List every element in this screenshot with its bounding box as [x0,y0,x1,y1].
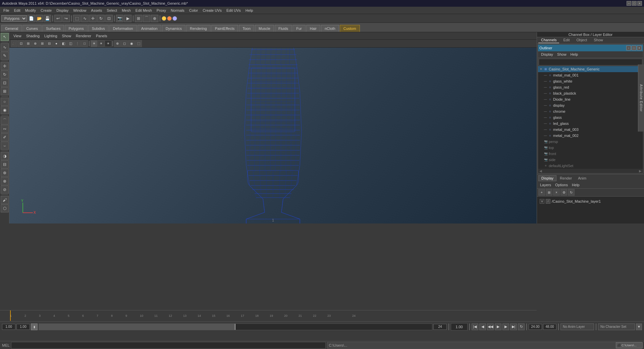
outliner-menu-display[interactable]: Display [539,52,555,57]
layer-vis-icon[interactable]: / [546,199,550,204]
frame-range-bar[interactable] [39,323,432,330]
br-tab-anim[interactable]: Anim [575,176,589,181]
paint-skin-tool[interactable]: 🖌 [1,196,9,204]
char-set-expand[interactable]: ▼ [636,323,642,330]
outliner-search[interactable] [539,59,642,65]
menu-create[interactable]: Create [39,8,54,13]
tab-dynamics[interactable]: Dynamics [162,25,185,32]
viewport-canvas[interactable]: .wire { stroke: #2244cc; stroke-width: 0… [9,48,537,223]
vp-frame-all[interactable]: ⊡ [18,40,24,47]
tab-rendering[interactable]: Rendering [186,25,211,32]
snap-point-btn[interactable]: ⊕ [151,15,158,22]
menu-modify[interactable]: Modify [23,8,38,13]
cb-tab-edit[interactable]: Edit [560,37,572,43]
tab-subdivs[interactable]: Subdivs [88,25,109,32]
outliner-menu-show[interactable]: Show [555,52,568,57]
layer-settings-btn[interactable]: ⚙ [560,189,567,196]
viewport-menu-lighting[interactable]: Lighting [42,33,59,39]
open-btn[interactable]: 📂 [36,15,43,22]
arc-tool[interactable]: ⌣ [1,142,9,150]
play-fwd-btn[interactable]: ▶ [495,323,501,330]
time-field[interactable] [451,323,468,331]
vp-pts-mode[interactable]: ⋮ [74,40,81,47]
vp-light3[interactable]: ☀ [105,40,111,47]
viewport-menu-show[interactable]: Show [60,33,73,39]
lasso-btn[interactable]: ∿ [81,15,89,22]
tab-custom[interactable]: Custom [340,25,360,32]
menu-edit[interactable]: Edit [12,8,22,13]
viewport-menu-renderer[interactable]: Renderer [74,33,93,39]
anim-start-input[interactable] [2,324,15,330]
viewport-menu-shading[interactable]: Shading [24,33,42,39]
pencil-tool[interactable]: ✐ [1,133,9,141]
tab-painteffects[interactable]: PaintEffects [211,25,238,32]
snap-curve-btn[interactable]: ⌒ [143,15,150,22]
tree-item-root[interactable]: ▼ ⊞ Casino_Slot_Machine_Generic [538,66,643,72]
step-fwd-btn[interactable]: ▶ [502,323,509,330]
vp-select-camera[interactable]: 🎥 [11,40,17,47]
tree-item-diode-line[interactable]: — ○ Diode_line [538,96,643,102]
tree-item-metal-mat-001[interactable]: — ○ metal_mat_001 [538,72,643,78]
move-btn[interactable]: ✛ [89,15,97,22]
move-tool[interactable]: ✛ [1,62,9,70]
tab-muscle[interactable]: Muscle [255,25,274,32]
light-orange-btn[interactable] [167,16,172,21]
tab-fluids[interactable]: Fluids [275,25,292,32]
tree-item-default-light-set[interactable]: ☀ defaultLightSet [538,163,643,169]
taskbar-maya[interactable]: ⬛ C:\Users\... [616,342,643,348]
outliner-maximize[interactable]: □ [632,46,636,50]
range-end-input[interactable] [433,324,447,330]
vp-isolate[interactable]: ◉ [128,40,135,47]
step-back-btn[interactable]: ◀ [479,323,486,330]
outliner-search-input[interactable] [540,60,641,64]
anim-end1-input[interactable] [529,324,542,330]
cb-tab-show[interactable]: Show [591,37,606,43]
tree-item-glass-white[interactable]: — ○ glass_white [538,78,643,84]
curve-tool[interactable]: ⌒ [1,116,9,124]
paint-select-tool[interactable]: ✎ [1,52,9,60]
tree-item-glass[interactable]: — ○ glass [538,114,643,120]
context-selector[interactable]: Polygons [1,15,27,22]
vp-bookmark[interactable]: ⊕ [32,40,39,47]
vp-light2[interactable]: ☀ [98,40,104,47]
tree-item-top[interactable]: 📷 top [538,145,643,151]
menu-mesh[interactable]: Mesh [120,8,133,13]
menu-select[interactable]: Select [105,8,119,13]
viewport-menu-panels[interactable]: Panels [94,33,109,39]
undo-btn[interactable]: ↩ [54,15,62,22]
menu-proxy[interactable]: Proxy [155,8,168,13]
tab-hair[interactable]: Hair [306,25,320,32]
tree-item-side[interactable]: 📷 side [538,157,643,163]
tree-item-chrome[interactable]: — ○ chrome [538,108,643,114]
menu-normals[interactable]: Normals [169,8,186,13]
joint-tool[interactable]: ⊗ [1,177,9,185]
vp-wireframe-on-shade[interactable]: ◫ [67,40,74,47]
tab-curves[interactable]: Curves [22,25,42,32]
scale-btn[interactable]: ⊡ [105,15,113,22]
menu-display[interactable]: Display [54,8,70,13]
rotate-tool[interactable]: ↻ [1,70,9,79]
light-yellow-btn[interactable] [162,16,166,21]
tab-deformation[interactable]: Deformation [109,25,137,32]
timeline-area[interactable]: 1 2 3 4 5 6 7 8 9 10 11 12 13 14 15 16 1… [0,310,537,321]
play-back-btn[interactable]: ◀◀ [487,323,494,330]
outliner-minimize[interactable]: − [626,46,631,50]
menu-edit-mesh[interactable]: Edit Mesh [133,8,154,13]
tree-item-black-plastick[interactable]: — ○ black_plastick [538,90,643,96]
scale-tool[interactable]: ⊡ [1,79,9,87]
outliner-close[interactable]: × [637,46,642,50]
tab-polygons[interactable]: Polygons [65,25,87,32]
select-btn[interactable]: ⬚ [73,15,80,22]
menu-edit-uvs[interactable]: Edit UVs [224,8,243,13]
tree-item-front[interactable]: 📷 front [538,151,643,157]
menu-help[interactable]: Help [244,8,255,13]
vp-light1[interactable]: ☀ [91,40,97,47]
light-blue-btn[interactable] [172,16,177,21]
new-scene-btn[interactable]: 📄 [28,15,35,22]
tab-surfaces[interactable]: Surfaces [42,25,64,32]
layers-menu-options[interactable]: Options [553,183,570,187]
outliner-menu-help[interactable]: Help [569,52,580,57]
maximize-button[interactable]: □ [632,1,637,6]
select-tool[interactable]: ↖ [1,33,9,41]
close-button[interactable]: × [637,1,642,6]
